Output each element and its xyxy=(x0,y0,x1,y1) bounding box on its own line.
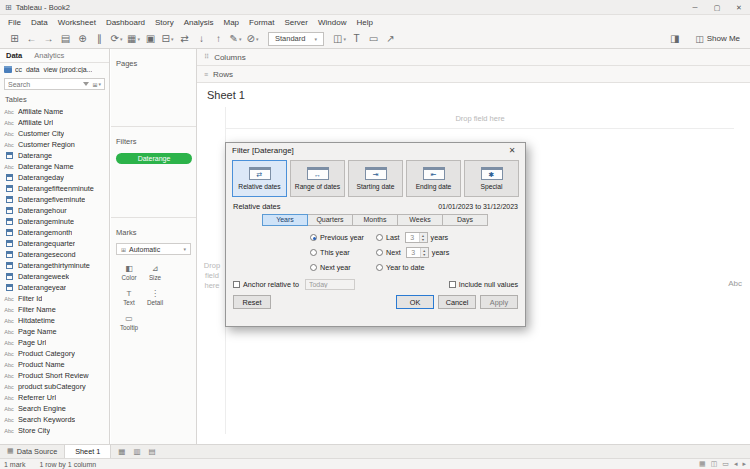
filter-type-button[interactable]: ⇥ Starting date xyxy=(348,160,403,197)
field-item[interactable]: Abc Daterangequarter xyxy=(0,238,109,249)
field-item[interactable]: Abc Filter Name xyxy=(0,304,109,315)
mark-type-dropdown[interactable]: ⊞ Automatic ▾ xyxy=(116,243,191,255)
menu-item[interactable]: Worksheet xyxy=(53,18,101,27)
data-source-tab[interactable]: ▦ Data Source xyxy=(0,444,64,458)
field-item[interactable]: Abc Daterangehour xyxy=(0,205,109,216)
period-tab[interactable]: Months xyxy=(352,214,398,226)
mark-button[interactable]: ⋮ Detail xyxy=(142,285,168,310)
field-item[interactable]: Abc Daterangesecond xyxy=(0,249,109,260)
field-item[interactable]: Abc Referrer Url xyxy=(0,392,109,403)
field-item[interactable]: Abc Store City xyxy=(0,425,109,436)
field-item[interactable]: Abc Affiliate Url xyxy=(0,117,109,128)
filters-shelf[interactable]: Filters Daterange xyxy=(111,127,196,218)
fit-axes-icon[interactable]: ◫ ▾ xyxy=(331,31,348,47)
apply-button[interactable]: Apply xyxy=(480,295,518,309)
filter-pill[interactable]: Daterange xyxy=(116,153,192,164)
filter-type-button[interactable]: ✱ Special xyxy=(464,160,519,197)
field-item[interactable]: Abc Daterange Name xyxy=(0,161,109,172)
presentation-mode-icon[interactable]: ▭ ▾ xyxy=(365,31,382,47)
show-mark-labels-icon[interactable]: T ▾ xyxy=(348,31,365,47)
mark-button[interactable]: ⊿ Size xyxy=(142,260,168,285)
stepper-input[interactable] xyxy=(406,233,419,242)
tab-analytics[interactable]: Analytics xyxy=(28,49,70,62)
relative-option[interactable]: Next ▲ ▼ years xyxy=(376,247,449,258)
redo-icon[interactable]: → ▾ xyxy=(40,31,57,47)
menu-item[interactable]: Map xyxy=(219,18,245,27)
dialog-title-bar[interactable]: Filter [Daterange] ✕ xyxy=(226,143,525,158)
filter-type-button[interactable]: ⇄ Relative dates xyxy=(232,160,287,197)
clear-sheet-icon[interactable]: ⊟ ▾ xyxy=(159,31,176,47)
view-options-icon[interactable]: ⊞ ▾ xyxy=(92,81,101,88)
filter-funnel-icon[interactable] xyxy=(83,82,89,86)
highlight-icon[interactable]: ✎ ▾ xyxy=(227,31,244,47)
share-icon[interactable]: ↗ ▾ xyxy=(382,31,399,47)
field-item[interactable]: Abc Search Keywords xyxy=(0,414,109,425)
add-data-icon[interactable]: ⊕ ▾ xyxy=(74,31,91,47)
dialog-close-icon[interactable]: ✕ xyxy=(505,146,519,155)
search-input[interactable] xyxy=(8,81,80,88)
menu-item[interactable]: Story xyxy=(150,18,179,27)
filmstrip-icon[interactable]: ◫ xyxy=(711,460,718,468)
field-item[interactable]: Abc Daterangefifteenminute xyxy=(0,183,109,194)
ok-button[interactable]: OK xyxy=(396,295,434,309)
duplicate-icon[interactable]: ▣ ▾ xyxy=(142,31,159,47)
datasource-item[interactable]: cc_data_view (prod:cja... xyxy=(0,63,109,76)
pause-updates-icon[interactable]: ∥ ▾ xyxy=(91,31,108,47)
relative-option[interactable]: This year xyxy=(310,247,376,258)
field-item[interactable]: Abc Page Name xyxy=(0,326,109,337)
relative-option[interactable]: Year to date ▲ ▼ xyxy=(376,262,449,273)
field-item[interactable]: Abc Daterangeminute xyxy=(0,216,109,227)
new-worksheet-icon[interactable]: ▦ ▾ xyxy=(125,31,142,47)
field-item[interactable]: Abc Daterangeweek xyxy=(0,271,109,282)
field-item[interactable]: Abc product subCategory xyxy=(0,381,109,392)
save-icon[interactable]: ▤ ▾ xyxy=(57,31,74,47)
show-me-button[interactable]: ◫ Show Me xyxy=(691,34,744,44)
field-item[interactable]: Abc Product Short Review xyxy=(0,370,109,381)
undo-icon[interactable]: ← ▾ xyxy=(23,31,40,47)
menu-item[interactable]: Format xyxy=(244,18,279,27)
drop-zone-top[interactable]: Drop field here xyxy=(226,109,734,129)
swap-axes-icon[interactable]: ⇄ ▾ xyxy=(176,31,193,47)
period-tab[interactable]: Days xyxy=(442,214,488,226)
sheet-tab[interactable]: Sheet 1 xyxy=(64,444,111,458)
refresh-icon[interactable]: ⟳ ▾ xyxy=(108,31,125,47)
tab-data[interactable]: Data xyxy=(0,49,28,62)
field-item[interactable]: Abc Daterangefiveminute xyxy=(0,194,109,205)
field-item[interactable]: Abc Daterangeyear xyxy=(0,282,109,293)
tableau-logo-icon[interactable]: ⊞ ▾ xyxy=(6,31,23,47)
show-tabs-icon[interactable]: ▭ xyxy=(722,460,729,468)
field-item[interactable]: Abc Hitdatetime xyxy=(0,315,109,326)
field-item[interactable]: Abc Filter Id xyxy=(0,293,109,304)
field-item[interactable]: Abc Search Engine xyxy=(0,403,109,414)
period-tab[interactable]: Years xyxy=(262,214,308,226)
anchor-date-input[interactable] xyxy=(305,279,355,290)
mark-button[interactable]: T Text xyxy=(116,285,142,310)
fit-select[interactable]: Standard ▾ xyxy=(268,32,324,46)
field-item[interactable]: Abc Product Category xyxy=(0,348,109,359)
menu-item[interactable]: Server xyxy=(279,18,313,27)
field-item[interactable]: Abc Affiliate Name xyxy=(0,106,109,117)
field-item[interactable]: Abc Customer Region xyxy=(0,139,109,150)
next-sheet-icon[interactable]: ▸ xyxy=(742,460,746,468)
value-stepper[interactable]: ▲ ▼ xyxy=(405,232,428,243)
menu-item[interactable]: Data xyxy=(26,18,53,27)
columns-shelf[interactable]: ⠿ Columns xyxy=(197,49,750,66)
menu-item[interactable]: Dashboard xyxy=(101,18,150,27)
field-item[interactable]: Abc Daterangethirtyminute xyxy=(0,260,109,271)
sheet-sorter-icon[interactable]: ▦ xyxy=(699,460,706,468)
field-item[interactable]: Abc Page Url xyxy=(0,337,109,348)
filter-type-button[interactable]: ↔ Range of dates xyxy=(290,160,345,197)
prev-sheet-icon[interactable]: ◂ xyxy=(734,460,738,468)
relative-option[interactable]: Previous year xyxy=(310,232,376,243)
maximize-button[interactable]: ▢ xyxy=(706,0,728,14)
menu-item[interactable]: Window xyxy=(313,18,351,27)
close-button[interactable]: ✕ xyxy=(728,0,750,14)
new-dashboard-icon[interactable]: ▥ xyxy=(130,447,143,456)
group-members-icon[interactable]: ⊘ ▾ xyxy=(244,31,261,47)
filter-type-button[interactable]: ⇤ Ending date xyxy=(406,160,461,197)
new-worksheet-icon[interactable]: ▦ xyxy=(115,447,128,456)
field-item[interactable]: Abc Daterangemonth xyxy=(0,227,109,238)
cancel-button[interactable]: Cancel xyxy=(438,295,476,309)
minimize-button[interactable]: ─ xyxy=(684,0,706,14)
field-item[interactable]: Abc Customer City xyxy=(0,128,109,139)
